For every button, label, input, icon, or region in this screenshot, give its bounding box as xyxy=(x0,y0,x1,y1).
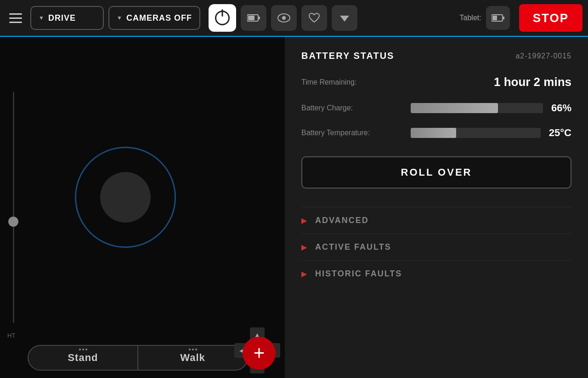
svg-point-4 xyxy=(282,16,286,20)
time-remaining-label: Time Remaining: xyxy=(301,78,402,86)
battery-charge-value: 66% xyxy=(551,102,571,114)
tablet-label: Tablet: xyxy=(460,14,481,22)
drive-dropdown-label: DRIVE xyxy=(48,13,76,23)
battery-temp-label: Battery Temperature: xyxy=(301,129,402,137)
historic-faults-expand-arrow: ▶ xyxy=(301,269,307,278)
drive-dropdown-arrow: ▼ xyxy=(39,15,45,21)
walk-button[interactable]: Walk xyxy=(138,346,247,370)
advanced-expand-label: ADVANCED xyxy=(315,216,369,225)
robot-outer-circle xyxy=(75,147,176,248)
time-remaining-row: Time Remaining: 1 hour 2 mins xyxy=(301,75,571,89)
cameras-dropdown-arrow: ▼ xyxy=(117,15,123,21)
heart-icon-button[interactable] xyxy=(301,5,327,31)
signal-icon xyxy=(339,13,351,23)
map-area: HT Stand Walk ▲ ▼ ◀ ▶ + xyxy=(0,37,285,378)
drive-dropdown[interactable]: ▼ DRIVE xyxy=(30,6,104,30)
svg-rect-6 xyxy=(503,17,504,19)
hamburger-button[interactable] xyxy=(6,8,26,28)
battery-charge-progress-wrap xyxy=(411,103,543,113)
advanced-expand-arrow: ▶ xyxy=(301,216,307,225)
eye-icon xyxy=(277,13,290,23)
active-faults-expand-row[interactable]: ▶ ACTIVE FAULTS xyxy=(301,234,571,260)
cameras-dropdown[interactable]: ▼ CAMERAS OFF xyxy=(108,6,200,30)
battery-icon xyxy=(247,14,260,22)
rollover-button[interactable]: ROLL OVER xyxy=(301,156,571,189)
tablet-battery-icon xyxy=(486,6,510,30)
active-faults-expand-arrow: ▶ xyxy=(301,243,307,252)
robot-inner-circle xyxy=(100,172,151,223)
advanced-expand-row[interactable]: ▶ ADVANCED xyxy=(301,207,571,234)
battery-temp-progress-bg xyxy=(411,128,541,138)
battery-charge-label: Battery Charge: xyxy=(301,104,402,112)
active-faults-expand-label: ACTIVE FAULTS xyxy=(315,242,391,252)
battery-charge-progress-bg xyxy=(411,103,543,113)
time-remaining-number: 1 hour 2 mins xyxy=(494,75,571,89)
walk-dots xyxy=(189,349,197,350)
stop-button[interactable]: STOP xyxy=(519,4,582,32)
battery-icon-button[interactable] xyxy=(241,5,266,31)
battery-panel: BATTERY STATUS a2-19927-0015 Time Remain… xyxy=(285,37,588,378)
height-slider-handle[interactable] xyxy=(8,217,18,227)
action-buttons: Stand Walk xyxy=(28,345,248,371)
plus-button[interactable]: + xyxy=(243,337,276,370)
stand-button[interactable]: Stand xyxy=(28,346,138,370)
stand-dots xyxy=(79,349,87,350)
height-slider-track xyxy=(13,92,14,323)
svg-rect-1 xyxy=(259,17,260,19)
battery-temp-row: Battery Temperature: 25°C xyxy=(301,127,571,139)
historic-faults-expand-label: HISTORIC FAULTS xyxy=(315,269,402,279)
battery-temp-value: 25°C xyxy=(549,127,571,139)
heart-icon xyxy=(308,12,320,23)
battery-temp-progress-wrap xyxy=(411,128,541,138)
battery-charge-row: Battery Charge: 66% xyxy=(301,102,571,114)
svg-rect-2 xyxy=(248,16,254,20)
historic-faults-expand-row[interactable]: ▶ HISTORIC FAULTS xyxy=(301,260,571,287)
eye-icon-button[interactable] xyxy=(271,5,297,31)
battery-temp-progress-fill xyxy=(411,128,456,138)
signal-icon-button[interactable] xyxy=(332,5,357,31)
power-icon xyxy=(215,11,230,25)
time-remaining-value: 1 hour 2 mins xyxy=(494,75,571,89)
battery-charge-progress-fill xyxy=(411,103,498,113)
panel-title: BATTERY STATUS xyxy=(301,51,394,61)
panel-device-id: a2-19927-0015 xyxy=(515,52,571,60)
cameras-dropdown-label: CAMERAS OFF xyxy=(126,13,192,23)
topbar: ▼ DRIVE ▼ CAMERAS OFF Tablet: xyxy=(0,0,588,37)
power-button[interactable] xyxy=(209,4,236,32)
ht-label: HT xyxy=(7,332,15,339)
svg-rect-7 xyxy=(492,16,497,20)
panel-header: BATTERY STATUS a2-19927-0015 xyxy=(301,51,571,61)
